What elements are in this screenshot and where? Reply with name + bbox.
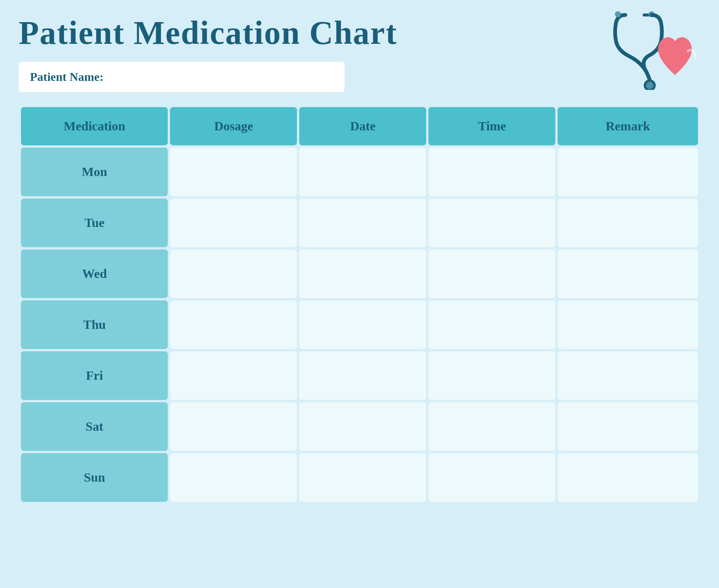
data-cell[interactable] <box>558 351 698 400</box>
data-cell[interactable] <box>170 402 297 451</box>
data-cell[interactable] <box>428 402 555 451</box>
header-time: Time <box>428 107 555 145</box>
data-cell[interactable] <box>428 351 555 400</box>
data-cell[interactable] <box>170 198 297 247</box>
day-cell-fri: Fri <box>21 351 168 400</box>
table-row: Sun <box>21 453 698 502</box>
data-cell[interactable] <box>299 402 426 451</box>
header-date: Date <box>299 107 426 145</box>
data-cell[interactable] <box>170 148 297 196</box>
data-cell[interactable] <box>299 249 426 298</box>
data-cell[interactable] <box>558 453 698 502</box>
data-cell[interactable] <box>299 148 426 196</box>
title-area: Patient Medication Chart Patient Name: <box>19 15 595 92</box>
data-cell[interactable] <box>170 351 297 400</box>
data-cell[interactable] <box>558 300 698 349</box>
data-cell[interactable] <box>299 300 426 349</box>
table-row: Fri <box>21 351 698 400</box>
data-cell[interactable] <box>428 249 555 298</box>
data-cell[interactable] <box>428 198 555 247</box>
header-medication: Medication <box>21 107 168 145</box>
svg-point-5 <box>646 82 653 89</box>
heart-stethoscope-icon <box>595 11 697 90</box>
data-cell[interactable] <box>428 300 555 349</box>
day-cell-wed: Wed <box>21 249 168 298</box>
data-cell[interactable] <box>170 249 297 298</box>
data-cell[interactable] <box>558 402 698 451</box>
table-row: Mon <box>21 148 698 196</box>
data-cell[interactable] <box>170 300 297 349</box>
medication-table: Medication Dosage Date Time Remark MonTu… <box>19 105 700 504</box>
data-cell[interactable] <box>299 351 426 400</box>
data-cell[interactable] <box>558 198 698 247</box>
header-section: Patient Medication Chart Patient Name: <box>19 15 700 94</box>
page-container: Patient Medication Chart Patient Name: <box>19 15 700 504</box>
patient-name-label: Patient Name: <box>30 70 103 84</box>
day-cell-thu: Thu <box>21 300 168 349</box>
data-cell[interactable] <box>299 198 426 247</box>
data-cell[interactable] <box>170 453 297 502</box>
table-row: Thu <box>21 300 698 349</box>
data-cell[interactable] <box>428 148 555 196</box>
day-cell-mon: Mon <box>21 148 168 196</box>
day-cell-tue: Tue <box>21 198 168 247</box>
day-cell-sun: Sun <box>21 453 168 502</box>
table-row: Sat <box>21 402 698 451</box>
table-row: Wed <box>21 249 698 298</box>
patient-name-bar: Patient Name: <box>19 62 345 92</box>
header-remark: Remark <box>558 107 698 145</box>
day-cell-sat: Sat <box>21 402 168 451</box>
data-cell[interactable] <box>558 148 698 196</box>
medical-illustration <box>595 11 700 94</box>
data-cell[interactable] <box>558 249 698 298</box>
table-header-row: Medication Dosage Date Time Remark <box>21 107 698 145</box>
table-row: Tue <box>21 198 698 247</box>
header-dosage: Dosage <box>170 107 297 145</box>
page-title: Patient Medication Chart <box>19 15 595 51</box>
svg-point-1 <box>615 11 621 17</box>
data-cell[interactable] <box>428 453 555 502</box>
data-cell[interactable] <box>299 453 426 502</box>
